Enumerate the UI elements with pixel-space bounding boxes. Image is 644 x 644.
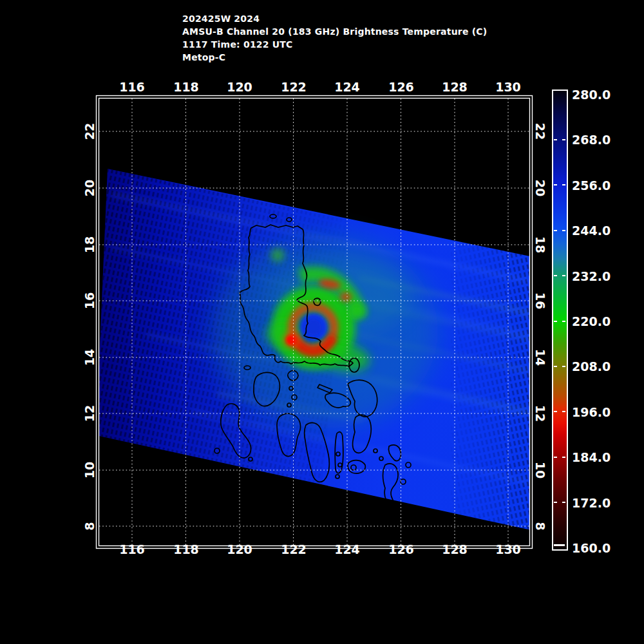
lat-tick-label: 18 xyxy=(534,231,547,259)
lon-tick-label: 118 xyxy=(172,543,200,556)
colorbar-tick-label: 256.0 xyxy=(572,179,621,192)
lon-tick-label: 120 xyxy=(225,80,254,93)
lat-tick-label: 10 xyxy=(83,456,96,484)
lat-tick-label: 14 xyxy=(83,343,96,372)
storm-id-title: 202425W 2024 xyxy=(182,14,260,24)
lon-tick-label: 128 xyxy=(440,543,469,556)
lat-tick-label: 8 xyxy=(534,512,547,540)
lat-tick-label: 18 xyxy=(83,231,96,259)
lat-tick-label: 10 xyxy=(534,456,547,484)
lat-tick-label: 16 xyxy=(83,287,96,315)
lon-tick-label: 126 xyxy=(387,543,415,556)
colorbar-tick-label: 172.0 xyxy=(572,497,621,509)
lat-tick-label: 22 xyxy=(534,117,547,146)
plot-canvas: 202425W 2024 AMSU-B Channel 20 (183 GHz)… xyxy=(0,0,644,644)
lon-tick-label: 124 xyxy=(333,543,361,556)
lon-tick-label: 122 xyxy=(279,543,308,556)
lon-tick-label: 122 xyxy=(279,80,308,93)
lon-tick-label: 116 xyxy=(118,80,146,93)
colorbar-tick-label: 208.0 xyxy=(572,360,621,373)
lon-tick-label: 116 xyxy=(118,543,146,556)
colorbar-tick-label: 184.0 xyxy=(572,451,621,464)
colorbar-tick-marks-right xyxy=(562,139,565,504)
lat-tick-label: 14 xyxy=(534,343,547,372)
scan-texture-right xyxy=(451,240,536,530)
colorbar-bottom-marker xyxy=(554,544,565,546)
lon-tick-label: 124 xyxy=(333,80,361,93)
lon-tick-label: 126 xyxy=(387,80,415,93)
lon-tick-label: 120 xyxy=(225,543,254,556)
lon-tick-label: 118 xyxy=(172,80,200,93)
satellite-title: Metop-C xyxy=(182,52,225,62)
lat-tick-label: 12 xyxy=(534,399,547,428)
lat-tick-label: 22 xyxy=(83,117,96,146)
colorbar-tick-label: 160.0 xyxy=(572,542,621,554)
lon-tick-label: 128 xyxy=(440,80,469,93)
lat-tick-label: 20 xyxy=(534,174,547,202)
lat-tick-label: 20 xyxy=(83,174,96,202)
colorbar-tick-label: 244.0 xyxy=(572,224,621,237)
lon-tick-label: 130 xyxy=(494,543,522,556)
lat-tick-label: 12 xyxy=(83,399,96,428)
pass-time-title: 1117 Time: 0122 UTC xyxy=(182,39,293,50)
colorbar-tick-label: 220.0 xyxy=(572,315,621,328)
colorbar-tick-label: 232.0 xyxy=(572,270,621,283)
lon-tick-label: 130 xyxy=(494,80,522,93)
colorbar-tick-label: 196.0 xyxy=(572,406,621,419)
colorbar-tick-marks-left xyxy=(554,139,557,504)
product-title: AMSU-B Channel 20 (183 GHz) Brightness T… xyxy=(182,26,487,37)
lat-tick-label: 8 xyxy=(83,512,96,540)
colorbar-tick-label: 280.0 xyxy=(572,88,621,101)
colorbar-tick-label: 268.0 xyxy=(572,133,621,146)
map-plot xyxy=(0,0,644,644)
lat-tick-label: 16 xyxy=(534,287,547,315)
